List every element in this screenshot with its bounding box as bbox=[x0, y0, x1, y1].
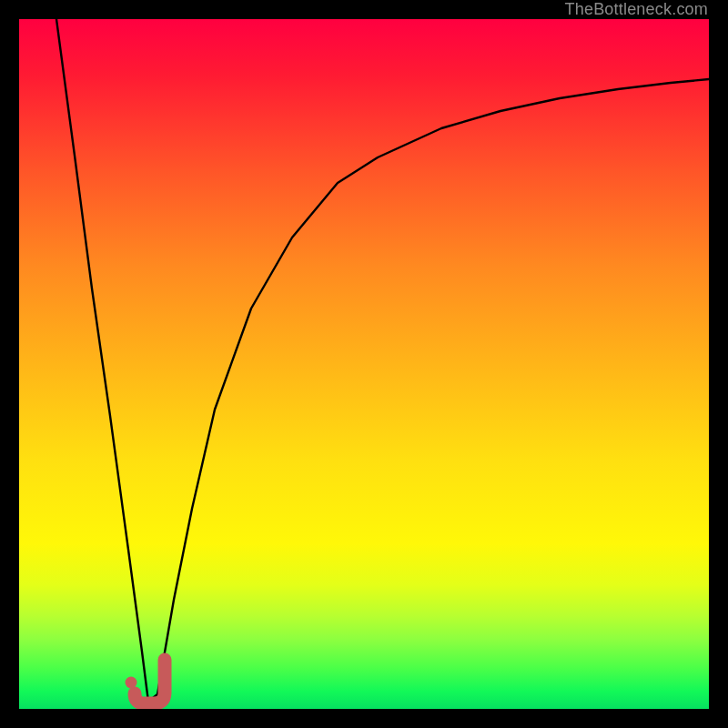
j-marker bbox=[19, 19, 709, 709]
chart-frame: TheBottleneck.com bbox=[0, 0, 728, 728]
plot-area bbox=[19, 19, 709, 709]
marker-dot bbox=[126, 677, 137, 689]
watermark-text: TheBottleneck.com bbox=[565, 0, 708, 19]
